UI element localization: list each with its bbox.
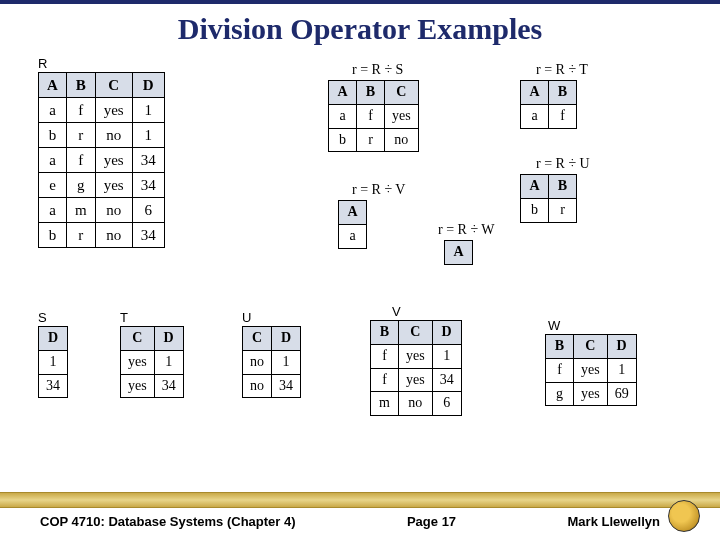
table-row: brno <box>329 128 419 152</box>
formula-rt: r = R ÷ T <box>536 62 588 78</box>
table-rt: ABaf <box>520 80 577 129</box>
cell: 1 <box>272 350 301 374</box>
formula-rv: r = R ÷ V <box>352 182 405 198</box>
cell: 34 <box>132 223 164 248</box>
cell: a <box>39 98 67 123</box>
col-header: C <box>399 321 433 345</box>
cell: no <box>95 223 132 248</box>
cell: 34 <box>154 374 183 398</box>
cell: 69 <box>607 382 636 406</box>
cell: yes <box>95 173 132 198</box>
cell: 1 <box>39 350 68 374</box>
cell: a <box>39 148 67 173</box>
table-row: br <box>521 198 577 222</box>
col-header: D <box>39 327 68 351</box>
cell: r <box>67 223 96 248</box>
cell: 1 <box>132 123 164 148</box>
cell: 34 <box>39 374 68 398</box>
table-row: afyes1 <box>39 98 165 123</box>
table-W: BCDfyes1gyes69 <box>545 334 637 406</box>
page-title: Division Operator Examples <box>0 12 720 46</box>
label-U: U <box>242 310 251 325</box>
cell: 34 <box>132 173 164 198</box>
table-row: gyes69 <box>546 382 637 406</box>
cell: f <box>67 148 96 173</box>
table-row: 1 <box>39 350 68 374</box>
table-row: amno6 <box>39 198 165 223</box>
cell: e <box>39 173 67 198</box>
cell: f <box>549 104 577 128</box>
cell: m <box>67 198 96 223</box>
col-header: A <box>445 241 473 265</box>
cell: 34 <box>272 374 301 398</box>
cell: 34 <box>432 368 461 392</box>
cell: no <box>243 374 272 398</box>
cell: f <box>357 104 385 128</box>
col-header: B <box>549 81 577 105</box>
col-header: C <box>95 73 132 98</box>
cell: b <box>39 223 67 248</box>
cell: yes <box>95 148 132 173</box>
cell: b <box>521 198 549 222</box>
table-row: 34 <box>39 374 68 398</box>
col-header: C <box>243 327 272 351</box>
footer: COP 4710: Database Systems (Chapter 4) P… <box>0 492 720 540</box>
table-T: CDyes1yes34 <box>120 326 184 398</box>
cell: g <box>546 382 574 406</box>
label-R: R <box>38 56 47 71</box>
cell: r <box>549 198 577 222</box>
col-header: B <box>546 335 574 359</box>
table-rw: A <box>444 240 473 265</box>
cell: no <box>95 198 132 223</box>
cell: no <box>385 128 419 152</box>
table-rv: Aa <box>338 200 367 249</box>
col-header: A <box>329 81 357 105</box>
cell: 1 <box>432 344 461 368</box>
cell: a <box>339 224 367 248</box>
col-header: D <box>154 327 183 351</box>
cell: f <box>371 344 399 368</box>
cell: b <box>39 123 67 148</box>
slide-content: R ABCDafyes1brno1afyes34egyes34amno6brno… <box>0 56 720 486</box>
col-header: D <box>132 73 164 98</box>
cell: 1 <box>132 98 164 123</box>
label-V: V <box>392 304 401 319</box>
cell: no <box>243 350 272 374</box>
cell: yes <box>574 382 608 406</box>
table-row: a <box>339 224 367 248</box>
cell: yes <box>385 104 419 128</box>
label-W: W <box>548 318 560 333</box>
col-header: C <box>121 327 155 351</box>
table-row: fyes1 <box>371 344 462 368</box>
table-row: brno34 <box>39 223 165 248</box>
table-row: mno6 <box>371 392 462 416</box>
cell: g <box>67 173 96 198</box>
table-row: no1 <box>243 350 301 374</box>
cell: no <box>95 123 132 148</box>
cell: no <box>399 392 433 416</box>
col-header: A <box>39 73 67 98</box>
footer-left: COP 4710: Database Systems (Chapter 4) <box>40 514 296 529</box>
formula-rs: r = R ÷ S <box>352 62 403 78</box>
cell: yes <box>399 344 433 368</box>
table-row: yes1 <box>121 350 184 374</box>
table-R: ABCDafyes1brno1afyes34egyes34amno6brno34 <box>38 72 165 248</box>
col-header: B <box>371 321 399 345</box>
table-row: fyes34 <box>371 368 462 392</box>
formula-ru: r = R ÷ U <box>536 156 590 172</box>
cell: a <box>329 104 357 128</box>
ucf-logo-icon <box>668 500 700 532</box>
label-S: S <box>38 310 47 325</box>
cell: 1 <box>154 350 183 374</box>
cell: m <box>371 392 399 416</box>
formula-rw: r = R ÷ W <box>438 222 495 238</box>
col-header: A <box>521 81 549 105</box>
col-header: A <box>521 175 549 199</box>
cell: yes <box>121 374 155 398</box>
cell: f <box>371 368 399 392</box>
label-T: T <box>120 310 128 325</box>
table-row: afyes34 <box>39 148 165 173</box>
cell: a <box>39 198 67 223</box>
table-S: D134 <box>38 326 68 398</box>
cell: f <box>67 98 96 123</box>
